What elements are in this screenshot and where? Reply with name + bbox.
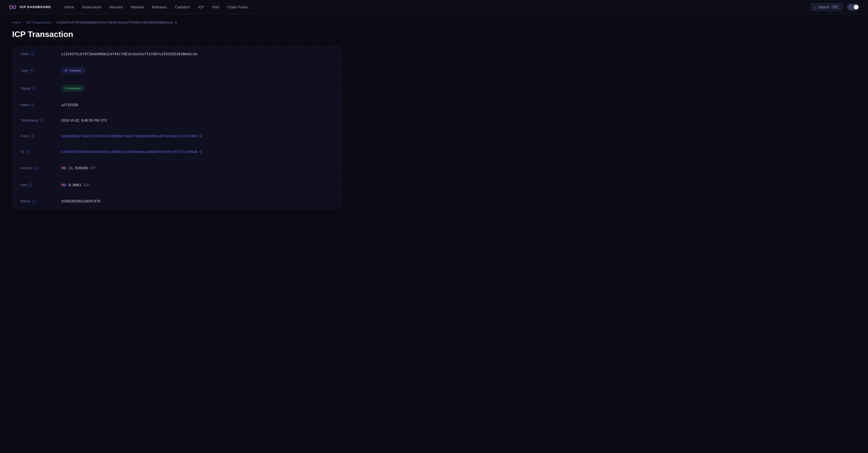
- status-label-text: Status: [21, 86, 31, 90]
- breadcrumb-sep-2: /: [53, 21, 54, 24]
- to-label-text: To: [21, 150, 24, 154]
- type-badge-text: Transfer: [69, 69, 81, 73]
- type-row: Type ℹ ⇄ Transfer: [12, 62, 341, 80]
- amount-label-text: Amount: [21, 166, 33, 170]
- index-value: 14'723'035: [61, 103, 333, 107]
- type-info-icon[interactable]: ℹ: [30, 69, 34, 73]
- type-label: Type ℹ: [21, 69, 61, 73]
- breadcrumb: Home / ICP Transactions / c21b93f5cbf9f2…: [12, 20, 856, 25]
- timestamp-label: Timestamp ℹ: [21, 118, 61, 122]
- nav-home[interactable]: Home: [61, 4, 78, 11]
- hash-row: Hash ℹ c21b93f5cbf9f26eb906bd14f45cfd816…: [12, 46, 341, 62]
- nav-network[interactable]: Network: [128, 4, 148, 11]
- nav-sns[interactable]: SNS: [209, 4, 223, 11]
- nav-neurons[interactable]: Neurons: [106, 4, 127, 11]
- memo-value: 15565282583149257476: [61, 199, 333, 203]
- toggle-thumb: ☀: [854, 5, 858, 9]
- fee-label: Fee ℹ: [21, 183, 61, 187]
- to-copy-icon[interactable]: ⧉: [199, 149, 202, 154]
- memo-info-icon[interactable]: ℹ: [32, 199, 36, 203]
- breadcrumb-transactions[interactable]: ICP Transactions: [26, 21, 51, 24]
- nav-releases[interactable]: Releases: [149, 4, 170, 11]
- timestamp-row: Timestamp ℹ 2024-10-02, 9:48:09 PM UTC: [12, 113, 341, 128]
- fee-row: Fee ℹ 0.0001 ICP: [12, 177, 341, 194]
- hash-label-text: Hash: [21, 52, 29, 56]
- memo-label-text: Memo: [21, 199, 30, 203]
- status-info-icon[interactable]: ℹ: [32, 86, 36, 90]
- timestamp-info-icon[interactable]: ℹ: [39, 118, 43, 122]
- nav-right: ⌕ Search ⌘7 ☀: [811, 3, 860, 11]
- hash-info-icon[interactable]: ℹ: [30, 52, 34, 56]
- amount-value-group: 11.930208 ICP: [61, 165, 96, 171]
- to-info-icon[interactable]: ℹ: [26, 150, 30, 154]
- hash-label: Hash ℹ: [21, 52, 61, 56]
- from-row: From ℹ bad030b417484232fd2019cb89096feea…: [12, 128, 341, 144]
- status-value: Completed: [61, 85, 333, 91]
- nav-canisters[interactable]: Canisters: [171, 4, 193, 11]
- theme-toggle[interactable]: ☀: [847, 3, 860, 11]
- breadcrumb-home[interactable]: Home: [12, 21, 21, 24]
- status-label: Status ℹ: [21, 86, 61, 90]
- index-row: Index ℹ 14'723'035: [12, 97, 341, 113]
- hash-value: c21b93f5cbf9f26eb906bd14f45cfd816c0a42ef…: [61, 52, 333, 56]
- status-badge: Completed: [61, 85, 85, 91]
- amount-number: 11.930208: [69, 166, 88, 170]
- transfer-arrow-icon: ⇄: [65, 69, 68, 73]
- search-button[interactable]: ⌕ Search ⌘7: [811, 3, 843, 11]
- nav-icp[interactable]: ICP: [195, 4, 208, 11]
- breadcrumb-sep-1: /: [23, 21, 24, 24]
- to-row: To ℹ b7488392f5456a764fa5d2cc8d961dc84be…: [12, 144, 341, 160]
- nav-chain-fusion[interactable]: Chain Fusion: [224, 4, 252, 11]
- type-value: ⇄ Transfer: [61, 67, 333, 74]
- icp-logo-amount: [61, 165, 67, 171]
- fee-unit: ICP: [84, 183, 89, 187]
- navbar: ICP DASHBOARD Home Governance Neurons Ne…: [0, 0, 868, 14]
- main-content: Home / ICP Transactions / c21b93f5cbf9f2…: [0, 14, 868, 224]
- amount-unit: ICP: [90, 166, 96, 170]
- to-value-group: b7488392f5456a764fa5d2cc8d961dc84be9eee1…: [61, 149, 202, 154]
- search-shortcut: ⌘7: [832, 5, 839, 9]
- to-value[interactable]: b7488392f5456a764fa5d2cc8d961dc84be9eee1…: [61, 150, 197, 154]
- breadcrumb-hash: c21b93f5cbf9f26eb906bd14f45cfd816c0a42ef…: [56, 21, 173, 24]
- timestamp-label-text: Timestamp: [21, 118, 38, 122]
- fee-label-text: Fee: [21, 183, 27, 187]
- logo[interactable]: ICP DASHBOARD: [8, 3, 51, 12]
- amount-row: Amount ℹ 11.930208 ICP: [12, 160, 341, 177]
- status-row: Status ℹ Completed: [12, 80, 341, 97]
- memo-row: Memo ℹ 15565282583149257476: [12, 194, 341, 209]
- fee-info-icon[interactable]: ℹ: [28, 183, 32, 187]
- search-label: Search: [818, 5, 830, 9]
- from-value[interactable]: bad030b417484232fd2019cb89096feea3fdd3d9…: [61, 134, 197, 138]
- timestamp-value: 2024-10-02, 9:48:09 PM UTC: [61, 118, 333, 122]
- transaction-card: Hash ℹ c21b93f5cbf9f26eb906bd14f45cfd816…: [12, 46, 341, 209]
- from-copy-icon[interactable]: ⧉: [199, 134, 202, 138]
- from-label-text: From: [21, 134, 29, 138]
- amount-label: Amount ℹ: [21, 166, 61, 170]
- from-value-group: bad030b417484232fd2019cb89096feea3fdd3d9…: [61, 134, 202, 138]
- type-label-text: Type: [21, 69, 28, 73]
- search-icon: ⌕: [814, 5, 816, 9]
- type-badge: ⇄ Transfer: [61, 67, 85, 74]
- breadcrumb-copy-icon[interactable]: ⧉: [175, 20, 177, 25]
- index-label-text: Index: [21, 103, 29, 107]
- index-label: Index ℹ: [21, 103, 61, 107]
- fee-number: 0.0001: [69, 183, 82, 187]
- memo-label: Memo ℹ: [21, 199, 61, 203]
- index-info-icon[interactable]: ℹ: [31, 103, 35, 107]
- icp-logo-fee: [61, 182, 67, 188]
- from-info-icon[interactable]: ℹ: [30, 134, 34, 138]
- logo-text: ICP DASHBOARD: [20, 5, 51, 9]
- nav-links: Home Governance Neurons Network Releases…: [61, 4, 810, 11]
- toggle-track: ☀: [848, 4, 859, 10]
- from-label: From ℹ: [21, 134, 61, 138]
- nav-governance[interactable]: Governance: [79, 4, 105, 11]
- fee-value-group: 0.0001 ICP: [61, 182, 89, 188]
- page-title: ICP Transaction: [12, 30, 856, 39]
- status-badge-text: Completed: [65, 86, 81, 90]
- to-label: To ℹ: [21, 150, 61, 154]
- amount-info-icon[interactable]: ℹ: [34, 166, 38, 170]
